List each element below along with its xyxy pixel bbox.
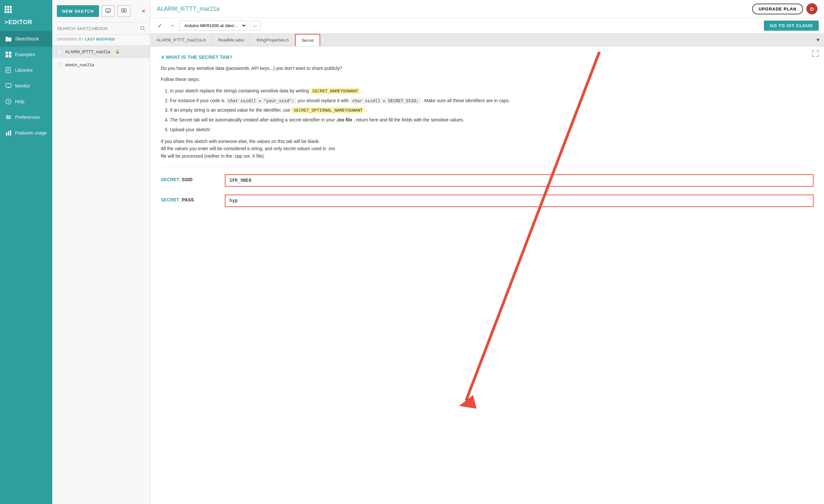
- svg-point-18: [7, 115, 8, 117]
- sidebar-logo: [0, 0, 52, 19]
- more-options-button[interactable]: ···: [249, 21, 261, 31]
- sketch-name: sketch_mar21a: [65, 62, 94, 67]
- secret-ssid-label: SECRET_SSID: [161, 174, 220, 182]
- svg-rect-2: [6, 51, 8, 54]
- content-area: ∨ WHAT IS THE SECRET TAB? Do you have an…: [150, 46, 824, 504]
- panel-close-button[interactable]: ×: [141, 8, 145, 14]
- section-title: ∨ WHAT IS THE SECRET TAB?: [161, 54, 814, 60]
- sketch-panel: NEW SKETCH × ORDERING BY LAST MODIFIED 📄…: [52, 0, 150, 504]
- sketch-list: 📄 ALARM_IFTTT_mar21a 🔒 📄 sketch_mar21a: [52, 44, 150, 73]
- sidebar-item-sketchbook[interactable]: Sketchbook: [0, 31, 52, 47]
- fullscreen-button[interactable]: [812, 50, 819, 58]
- main-topbar: ALARM_IFTTT_mar21a UPGRADE PLAN D: [150, 0, 824, 18]
- secret-ssid-input[interactable]: SFR_9BE0: [225, 174, 814, 187]
- file-icon: 📄: [57, 49, 63, 54]
- steps-intro: Follow these steps:: [161, 76, 814, 83]
- step-2-text-mid: you should replace it with: [298, 98, 349, 103]
- file-icon: 📄: [57, 62, 63, 67]
- svg-rect-3: [9, 51, 11, 54]
- sidebar-item-preferences[interactable]: Preferences: [0, 109, 52, 125]
- panel-actions: NEW SKETCH: [57, 5, 130, 17]
- step-4-text-before: The Secret tab will be automatically cre…: [170, 117, 335, 122]
- step-1-text-after: .: [362, 88, 363, 93]
- panel-search: [52, 22, 150, 35]
- svg-line-29: [144, 29, 145, 31]
- svg-point-19: [9, 117, 10, 118]
- step-3-text-after: .: [366, 107, 367, 113]
- secret-fields: SECRET_SSID SFR_9BE0 SECRET_PASS hyp: [161, 167, 814, 208]
- svg-rect-23: [10, 130, 11, 135]
- tab-ino[interactable]: ALARM_IFTTT_mar21a.in: [150, 34, 212, 46]
- sidebar: >EDITOR Sketchbook Examples Libraries Mo…: [0, 0, 52, 504]
- avatar[interactable]: D: [806, 3, 817, 14]
- step-3-text-before: If an empty string is an accepted value …: [170, 107, 291, 113]
- list-item[interactable]: 📄 sketch_mar21a: [52, 58, 150, 71]
- book-icon: [5, 67, 12, 74]
- search-input[interactable]: [57, 26, 137, 31]
- sliders-icon: [5, 114, 12, 120]
- help-icon: ?: [5, 98, 12, 105]
- sidebar-item-monitor[interactable]: Monitor: [0, 78, 52, 94]
- secret-row-ssid: SECRET_SSID SFR_9BE0: [161, 174, 814, 188]
- step-3: If an empty string is an accepted value …: [170, 106, 814, 114]
- badge-icon: 🔒: [115, 49, 120, 54]
- secret-row-pass: SECRET_PASS hyp: [161, 195, 814, 208]
- step-4-text-after: , return here and fill the fields with t…: [353, 117, 464, 122]
- verify-button[interactable]: ✓: [156, 21, 164, 31]
- step-2: For instance if your code is char ssid[]…: [170, 97, 814, 105]
- examples-icon: [5, 51, 12, 58]
- sidebar-item-label: Sketchbook: [15, 36, 39, 41]
- svg-rect-1: [6, 37, 8, 38]
- upload-button[interactable]: →: [167, 21, 177, 30]
- editor-label: >EDITOR: [0, 19, 52, 31]
- sidebar-item-label: Help: [15, 99, 24, 104]
- sidebar-item-help[interactable]: ? Help: [0, 94, 52, 109]
- monitor-icon: [5, 83, 12, 89]
- step-1-text-before: In your sketch replace the strings conta…: [170, 88, 309, 93]
- step-2-code1: char ssid[] = "your_ssid";: [226, 98, 296, 104]
- tab-thing[interactable]: thingProperties.h: [250, 34, 295, 46]
- svg-rect-4: [6, 55, 8, 57]
- import-button[interactable]: [102, 5, 115, 17]
- sidebar-navigation: Sketchbook Examples Libraries Monitor ? …: [0, 31, 52, 504]
- sidebar-item-label: Examples: [15, 52, 35, 57]
- ordering-value: LAST MODIFIED: [85, 37, 115, 41]
- secret-pass-label: SECRET_PASS: [161, 195, 220, 203]
- svg-marker-31: [459, 395, 477, 409]
- sketch-name: ALARM_IFTTT_mar21a: [65, 49, 110, 54]
- svg-point-28: [141, 26, 144, 30]
- iot-cloud-button[interactable]: GO TO IOT CLOUD: [764, 21, 819, 31]
- steps-list: In your sketch replace the strings conta…: [161, 87, 814, 134]
- svg-rect-22: [8, 131, 9, 135]
- svg-point-20: [7, 118, 8, 119]
- tab-add-button[interactable]: ▾: [812, 34, 824, 46]
- share-paragraph: If you share this sketch with someone el…: [161, 138, 814, 160]
- device-selector: Arduino MKR1000 at /dev/...: [179, 21, 247, 31]
- upgrade-plan-button[interactable]: UPGRADE PLAN: [752, 4, 803, 14]
- tab-secret[interactable]: Secret: [295, 34, 320, 46]
- step-5: Upload your sketch!: [170, 126, 814, 134]
- features-icon: [5, 130, 12, 136]
- page-title: ALARM_IFTTT_mar21a: [157, 6, 220, 12]
- step-1: In your sketch replace the strings conta…: [170, 87, 814, 95]
- sidebar-item-libraries[interactable]: Libraries: [0, 62, 52, 78]
- secret-pass-input[interactable]: hyp: [225, 195, 814, 207]
- step-2-text-after: . Make sure all these identifiers are in…: [422, 98, 510, 103]
- svg-rect-10: [6, 84, 11, 87]
- panel-header: NEW SKETCH ×: [52, 0, 150, 22]
- sidebar-item-examples[interactable]: Examples: [0, 47, 52, 62]
- svg-rect-5: [9, 55, 11, 57]
- step-4: The Secret tab will be automatically cre…: [170, 116, 814, 124]
- device-dropdown[interactable]: Arduino MKR1000 at /dev/...: [179, 21, 247, 31]
- sidebar-item-label: Preferences: [15, 115, 39, 120]
- sidebar-item-label: Features usage: [15, 130, 47, 135]
- tab-readme[interactable]: ReadMe.adoc: [212, 34, 250, 46]
- export-button[interactable]: [117, 5, 130, 17]
- toolbar: ✓ → Arduino MKR1000 at /dev/... ··· GO T…: [150, 18, 824, 34]
- intro-paragraph: Do you have any sensitive data (password…: [161, 65, 814, 72]
- list-item[interactable]: 📄 ALARM_IFTTT_mar21a 🔒: [52, 45, 150, 58]
- sidebar-item-features[interactable]: Features usage: [0, 125, 52, 141]
- secret-ssid-input-wrap: SFR_9BE0: [225, 174, 814, 188]
- sidebar-item-label: Monitor: [15, 83, 30, 89]
- new-sketch-button[interactable]: NEW SKETCH: [57, 5, 99, 17]
